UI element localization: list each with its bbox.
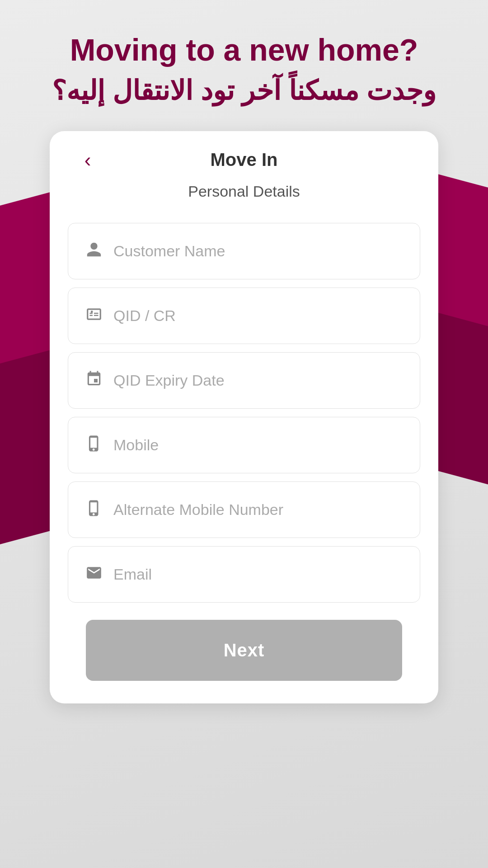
heading-arabic: وجدت مسكناً آخر تود الانتقال إليه؟ <box>27 73 461 108</box>
person-icon <box>85 241 103 261</box>
email-icon <box>85 564 103 584</box>
next-button[interactable]: Next <box>86 620 402 681</box>
customer-name-input[interactable] <box>68 223 420 279</box>
email-field <box>68 546 420 603</box>
qid-expiry-input[interactable] <box>68 353 420 408</box>
card-header: ‹ Move In Personal Details <box>50 131 438 218</box>
qid-cr-field <box>68 288 420 344</box>
alt-mobile-field <box>68 481 420 538</box>
customer-name-wrapper <box>68 223 420 279</box>
qid-expiry-wrapper <box>68 353 420 408</box>
card-subtitle: Personal Details <box>77 178 411 209</box>
card-title-row: ‹ Move In <box>77 149 411 171</box>
alt-mobile-wrapper <box>68 482 420 538</box>
qid-cr-input[interactable] <box>68 288 420 344</box>
page-header: Moving to a new home? وجدت مسكناً آخر تو… <box>0 0 488 131</box>
mobile-field <box>68 417 420 473</box>
form-container: Next <box>50 218 438 681</box>
email-wrapper <box>68 547 420 602</box>
mobile-input[interactable] <box>68 417 420 473</box>
back-chevron-icon: ‹ <box>84 150 91 170</box>
card-title: Move In <box>108 150 411 170</box>
id-card-icon <box>85 306 103 326</box>
alt-mobile-icon <box>85 500 103 519</box>
email-input[interactable] <box>68 547 420 602</box>
qid-expiry-field <box>68 352 420 409</box>
alt-mobile-input[interactable] <box>68 482 420 538</box>
back-button[interactable]: ‹ <box>77 149 99 171</box>
form-card: ‹ Move In Personal Details <box>50 131 438 703</box>
calendar-icon <box>85 370 103 390</box>
mobile-wrapper <box>68 417 420 473</box>
heading-english: Moving to a new home? <box>27 32 461 69</box>
customer-name-field <box>68 223 420 279</box>
qid-cr-wrapper <box>68 288 420 344</box>
mobile-icon <box>85 435 103 455</box>
